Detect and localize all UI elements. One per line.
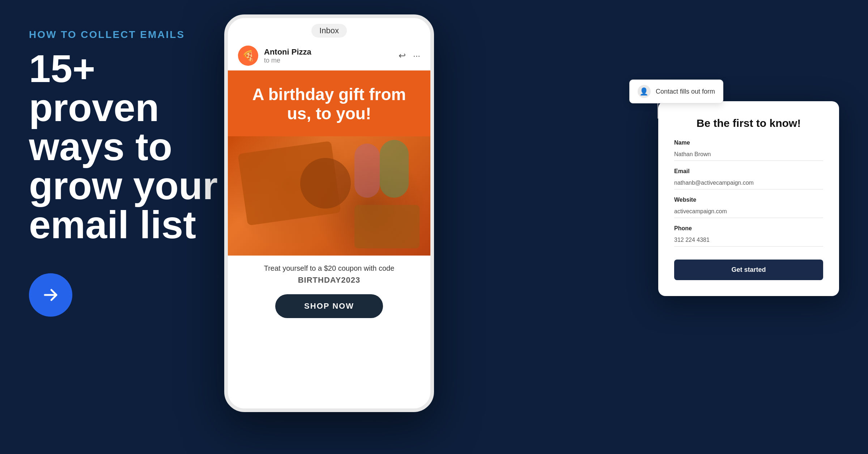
hero-text: A birthday gift from us, to you! xyxy=(239,85,420,123)
phone-field-group: Phone xyxy=(674,225,823,247)
arrow-right-icon xyxy=(41,286,60,304)
phone-mockup: Inbox 🍕 Antoni Pizza to me ↩ ··· A birth… xyxy=(224,14,434,441)
name-label: Name xyxy=(674,140,823,146)
email-input[interactable] xyxy=(674,177,823,189)
can-shape-1 xyxy=(380,140,409,198)
can-shape-2 xyxy=(354,144,380,198)
sender-avatar: 🍕 xyxy=(238,46,258,66)
phone-inner: Inbox 🍕 Antoni Pizza to me ↩ ··· A birth… xyxy=(228,18,430,408)
contact-person-icon: 👤 xyxy=(638,85,651,98)
cta-arrow-button[interactable] xyxy=(29,273,72,317)
coupon-text: Treat yourself to a $20 coupon with code xyxy=(235,264,423,273)
coupon-section: Treat yourself to a $20 coupon with code… xyxy=(228,256,430,291)
food-photo xyxy=(228,136,430,256)
name-input[interactable] xyxy=(674,148,823,161)
contact-badge-text: Contact fills out form xyxy=(656,88,715,95)
main-title: 15+ proven ways to grow your email list xyxy=(29,49,231,244)
website-input[interactable] xyxy=(674,205,823,218)
food-item-3 xyxy=(354,205,420,248)
name-field-group: Name xyxy=(674,140,823,161)
reply-icon[interactable]: ↩ xyxy=(399,51,406,61)
email-actions[interactable]: ↩ ··· xyxy=(399,51,420,61)
phone-label: Phone xyxy=(674,225,823,232)
inbox-label: Inbox xyxy=(311,24,347,38)
food-item-2 xyxy=(300,158,351,209)
phone-input[interactable] xyxy=(674,234,823,247)
more-options-icon[interactable]: ··· xyxy=(413,51,420,61)
website-label: Website xyxy=(674,197,823,203)
website-field-group: Website xyxy=(674,197,823,218)
form-title: Be the first to know! xyxy=(674,117,823,129)
signup-form-card: Be the first to know! Name Email Website… xyxy=(658,101,839,296)
sender-name: Antoni Pizza xyxy=(264,47,399,57)
coupon-code: BIRTHDAY2023 xyxy=(235,275,423,285)
left-section: HOW TO COLLECT EMAILS 15+ proven ways to… xyxy=(29,29,231,317)
contact-fills-form-badge: 👤 Contact fills out form xyxy=(629,80,723,103)
shop-button-container: SHOP NOW xyxy=(228,291,430,329)
email-sender: Antoni Pizza to me xyxy=(264,47,399,64)
inbox-bar: Inbox xyxy=(228,18,430,41)
subtitle: HOW TO COLLECT EMAILS xyxy=(29,29,231,40)
shop-now-button[interactable]: SHOP NOW xyxy=(275,294,383,318)
sender-to: to me xyxy=(264,57,399,64)
get-started-button[interactable]: Get started xyxy=(674,260,823,280)
email-food-image xyxy=(228,136,430,256)
email-field-group: Email xyxy=(674,168,823,189)
phone-frame: Inbox 🍕 Antoni Pizza to me ↩ ··· A birth… xyxy=(224,14,434,412)
email-header: 🍕 Antoni Pizza to me ↩ ··· xyxy=(228,41,430,70)
email-hero-banner: A birthday gift from us, to you! xyxy=(228,70,430,136)
email-label: Email xyxy=(674,168,823,175)
